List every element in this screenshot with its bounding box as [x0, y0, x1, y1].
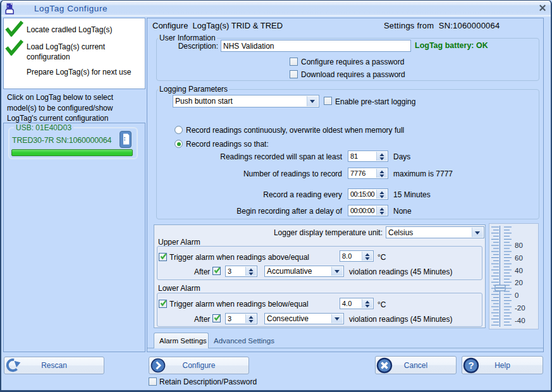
svg-text:0: 0	[515, 291, 518, 299]
svg-text:60: 60	[515, 254, 523, 262]
svg-text:-20: -20	[515, 304, 525, 312]
svg-text:?: ?	[468, 360, 474, 371]
svg-text:-40: -40	[515, 317, 525, 324]
svg-text:20: 20	[515, 279, 523, 286]
svg-text:80: 80	[515, 242, 523, 249]
svg-text:40: 40	[515, 267, 523, 274]
